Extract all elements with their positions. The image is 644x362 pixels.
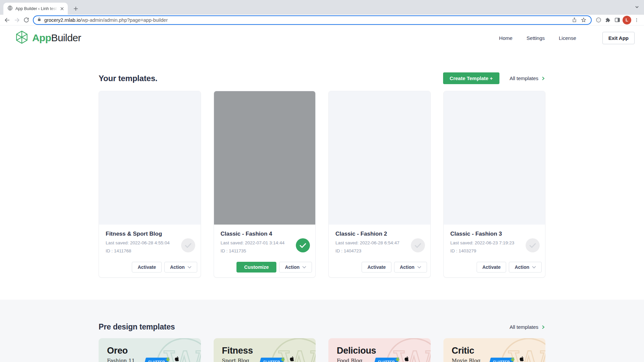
template-thumbnail[interactable] (99, 91, 201, 225)
template-thumbnail[interactable] (444, 91, 545, 225)
template-last-saved: Last saved: 2022-07-01 3:14:44 (221, 240, 309, 245)
app-header: AppBuilder Home Settings License Exit Ap… (0, 25, 644, 50)
pre-design-subtitle: Sport Blog (222, 358, 249, 362)
template-id: ID : 1403279 (450, 248, 539, 253)
template-card: Fitness & Sport Blog Last saved: 2022-06… (99, 91, 201, 278)
new-tab-button[interactable] (71, 4, 80, 13)
status-check-icon (526, 238, 540, 252)
chevron-down-icon (302, 266, 306, 268)
extensions-puzzle-icon[interactable] (603, 15, 612, 25)
template-title: Fitness & Sport Blog (106, 231, 194, 237)
url-domain: grocery2.rnlab.io (44, 17, 80, 23)
tab-close-icon[interactable] (59, 6, 65, 12)
url-text[interactable]: grocery2.rnlab.io/wp-admin/admin.php?pag… (44, 17, 570, 23)
address-bar[interactable]: grocery2.rnlab.io/wp-admin/admin.php?pag… (33, 15, 592, 25)
activate-button[interactable]: Activate (362, 262, 391, 273)
tab-favicon-globe-icon (7, 5, 13, 12)
nav-item-license[interactable]: License (559, 35, 576, 41)
pre-design-section: Pre design templates All templates W Ore… (0, 300, 644, 362)
your-templates-header: Your templates. Create Template + All te… (99, 50, 545, 84)
template-title: Classic - Fashion 2 (335, 231, 424, 237)
chevron-down-icon (187, 266, 192, 268)
chevron-right-icon (541, 325, 545, 329)
tab-title: App Builder ‹ Linh test site title (15, 6, 59, 11)
template-card: Classic - Fashion 2 Last saved: 2022-06-… (328, 91, 431, 278)
apple-icon (289, 356, 295, 362)
android-icon (280, 357, 286, 362)
browser-tab[interactable]: App Builder ‹ Linh test site title (3, 3, 68, 15)
share-icon[interactable] (570, 15, 579, 25)
pre-design-header: Pre design templates All templates (99, 300, 545, 331)
pre-design-name: Delicious (337, 346, 376, 356)
your-templates-grid: Fitness & Sport Blog Last saved: 2022-06… (99, 91, 545, 278)
nav-item-home[interactable]: Home (499, 35, 513, 41)
url-path: /wp-admin/admin.php?page=app-builder (80, 17, 168, 23)
template-card: Classic - Fashion 4 Last saved: 2022-07-… (214, 91, 316, 278)
android-icon (395, 357, 400, 362)
action-dropdown-button[interactable]: Action (394, 262, 427, 273)
apple-icon (519, 356, 525, 362)
template-card: Classic - Fashion 3 Last saved: 2022-06-… (443, 91, 546, 278)
tab-strip-chevron-down-icon[interactable] (635, 5, 639, 11)
android-icon (165, 357, 171, 362)
pre-design-name: Oreo (107, 346, 128, 356)
back-button[interactable] (3, 15, 12, 25)
action-dropdown-button[interactable]: Action (279, 262, 312, 273)
template-thumbnail[interactable] (214, 91, 316, 225)
chevron-down-icon (417, 266, 421, 268)
status-check-icon (296, 238, 310, 252)
pre-design-card-critic[interactable]: W Critic Movie Blog FLUTTER (443, 338, 546, 362)
all-templates-link[interactable]: All templates (509, 324, 545, 330)
header-nav: Home Settings License Exit App (499, 32, 635, 44)
pre-design-card-fitness[interactable]: W Fitness Sport Blog FLUTTER (214, 338, 316, 362)
logo-text: AppBuilder (32, 32, 81, 44)
apple-icon (174, 356, 180, 362)
bookmark-star-icon[interactable] (579, 15, 588, 25)
template-last-saved: Last saved: 2022-06-23 7:19:23 (450, 240, 539, 245)
lock-icon (37, 17, 42, 23)
reload-button[interactable] (21, 15, 31, 25)
pre-design-grid: W Oreo Fashion 11 FLUTTER W Fitness Spo (99, 338, 545, 362)
pre-design-name: Critic (452, 346, 474, 356)
pre-design-card-delicious[interactable]: W Delicious Food Blog FLUTTER (328, 338, 431, 362)
pre-design-card-oreo[interactable]: W Oreo Fashion 11 FLUTTER (99, 338, 201, 362)
nav-item-settings[interactable]: Settings (527, 35, 545, 41)
customize-button[interactable]: Customize (236, 262, 276, 273)
action-dropdown-button[interactable]: Action (509, 262, 542, 273)
browser-tab-strip: App Builder ‹ Linh test site title (0, 0, 644, 15)
your-templates-title: Your templates. (99, 74, 157, 83)
pre-design-subtitle: Food Blog (337, 358, 362, 362)
template-id: ID : 1404723 (335, 248, 424, 253)
pre-design-title: Pre design templates (99, 322, 175, 331)
template-last-saved: Last saved: 2022-06-28 6:54:47 (335, 240, 424, 245)
browser-toolbar: grocery2.rnlab.io/wp-admin/admin.php?pag… (0, 15, 644, 25)
profile-avatar[interactable]: L (623, 16, 631, 24)
browser-menu-kebab-icon[interactable] (632, 15, 641, 25)
all-templates-link[interactable]: All templates (509, 75, 545, 81)
forward-button[interactable] (12, 15, 21, 25)
template-id: ID : 1411768 (106, 248, 194, 253)
side-panel-icon[interactable] (612, 15, 622, 25)
appbuilder-hexagon-icon (15, 30, 29, 46)
status-check-icon (411, 238, 425, 252)
template-title: Classic - Fashion 3 (450, 231, 539, 237)
template-title: Classic - Fashion 4 (221, 231, 309, 237)
activate-button[interactable]: Activate (132, 262, 161, 273)
chevron-down-icon (532, 266, 536, 268)
create-template-button[interactable]: Create Template + (443, 72, 500, 84)
template-id: ID : 1411735 (221, 248, 309, 253)
exit-app-button[interactable]: Exit App (602, 32, 635, 44)
template-last-saved: Last saved: 2022-06-28 4:55:04 (106, 240, 194, 245)
activate-button[interactable]: Activate (477, 262, 506, 273)
extension-circle-icon[interactable] (594, 15, 603, 25)
pre-design-subtitle: Fashion 11 (107, 358, 135, 362)
appbuilder-logo[interactable]: AppBuilder (15, 30, 81, 46)
template-thumbnail[interactable] (329, 91, 430, 225)
pre-design-name: Fitness (222, 346, 253, 356)
apple-icon (404, 356, 410, 362)
action-dropdown-button[interactable]: Action (164, 262, 197, 273)
chevron-right-icon (541, 76, 545, 81)
android-icon (510, 357, 516, 362)
status-check-icon (181, 238, 195, 252)
pre-design-subtitle: Movie Blog (452, 358, 481, 362)
